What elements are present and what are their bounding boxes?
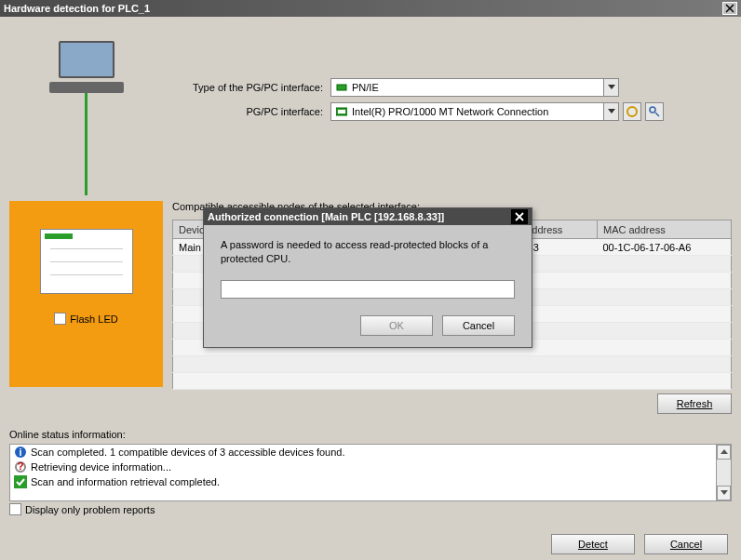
col-mac[interactable]: MAC address — [598, 220, 732, 239]
svg-text:?: ? — [18, 460, 24, 472]
status-item: ? Retrieving device information... — [10, 460, 731, 474]
dialog-message: A password is needed to access read-prot… — [221, 238, 515, 267]
interface-pg-label: PG/PC interface: — [172, 106, 330, 117]
authorized-connection-dialog: Authorized connection [Main PLC [192.168… — [203, 207, 532, 348]
pnie-icon — [335, 81, 348, 94]
refresh-button[interactable]: Refresh — [657, 393, 732, 414]
scroll-up-button[interactable] — [717, 445, 731, 460]
device-preview-panel: Flash LED — [9, 201, 163, 387]
cancel-button[interactable]: Cancel — [644, 534, 728, 554]
dialog-close-button[interactable] — [511, 209, 528, 224]
retrieving-icon: ? — [14, 460, 27, 473]
dropdown-arrow-icon — [603, 103, 618, 120]
table-row — [173, 356, 732, 373]
interface-type-select[interactable]: PN/IE — [330, 78, 619, 97]
svg-line-5 — [655, 113, 659, 116]
dialog-ok-button[interactable]: OK — [360, 315, 433, 336]
status-text: Scan completed. 1 compatible devices of … — [31, 447, 345, 458]
status-text: Retrieving device information... — [31, 461, 171, 473]
interface-pg-value: Intel(R) PRO/1000 MT Network Connection — [352, 106, 614, 117]
info-icon: i — [14, 446, 27, 459]
interface-pg-select[interactable]: Intel(R) PRO/1000 MT Network Connection — [330, 102, 619, 121]
window-close-button[interactable] — [722, 2, 737, 15]
scroll-down-button[interactable] — [717, 486, 731, 500]
window-titlebar: Hardware detection for PLC_1 — [0, 0, 741, 17]
interface-type-value: PN/IE — [352, 82, 614, 93]
dialog-cancel-button[interactable]: Cancel — [442, 315, 515, 336]
interface-config-button[interactable] — [623, 102, 641, 121]
svg-point-3 — [627, 107, 637, 116]
device-module-icon — [40, 229, 133, 294]
window-title: Hardware detection for PLC_1 — [4, 3, 722, 14]
flash-led-checkbox[interactable] — [54, 313, 66, 325]
pg-pc-graphic — [9, 22, 163, 195]
online-status-label: Online status information: — [9, 429, 732, 440]
status-scrollbar[interactable] — [716, 445, 731, 500]
status-item: Scan and information retrieval completed… — [10, 474, 731, 489]
table-row — [173, 373, 732, 390]
status-item: i Scan completed. 1 compatible devices o… — [10, 445, 731, 460]
status-text: Scan and information retrieval completed… — [31, 476, 220, 487]
svg-point-4 — [650, 107, 655, 113]
check-icon — [14, 475, 27, 488]
laptop-icon — [49, 41, 124, 93]
detect-button[interactable]: Detect — [551, 534, 635, 554]
network-adapter-icon — [335, 105, 348, 118]
svg-text:i: i — [19, 447, 21, 458]
svg-rect-2 — [338, 110, 345, 113]
display-only-problems-checkbox[interactable] — [9, 503, 21, 515]
password-input[interactable] — [221, 280, 515, 299]
dialog-title: Authorized connection [Main PLC [192.168… — [208, 211, 511, 222]
svg-rect-10 — [14, 475, 27, 488]
dropdown-arrow-icon — [603, 79, 618, 96]
dialog-titlebar[interactable]: Authorized connection [Main PLC [192.168… — [204, 208, 532, 225]
cell-mac: 00-1C-06-17-06-A6 — [598, 239, 732, 256]
svg-rect-0 — [337, 85, 346, 90]
interface-type-label: Type of the PG/PC interface: — [172, 82, 330, 93]
flash-led-label: Flash LED — [70, 313, 117, 325]
status-list: i Scan completed. 1 compatible devices o… — [9, 444, 732, 501]
connection-cable-icon — [85, 93, 88, 195]
interface-search-button[interactable] — [645, 102, 664, 121]
display-only-problems-label: Display only problem reports — [25, 504, 155, 515]
